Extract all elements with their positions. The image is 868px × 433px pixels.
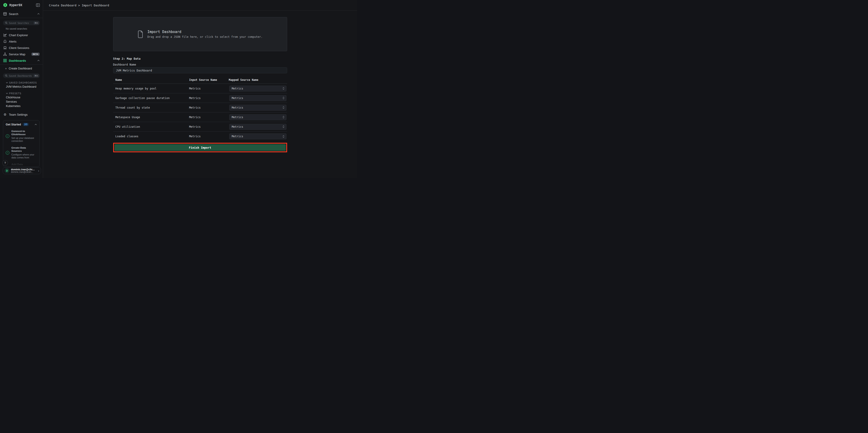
table-row: CPU utilizationMetricsMetrics bbox=[113, 122, 287, 131]
sidebar-item-jvm-metrics-dashboard[interactable]: JVM Metrics Dashboard bbox=[0, 85, 43, 89]
topbar: Create Dashboard>Import Dashboard bbox=[43, 0, 357, 11]
search-section-icon bbox=[3, 12, 7, 16]
get-started-item-create-data-sources[interactable]: ✓Create Data SourcesConfigure where your… bbox=[6, 146, 37, 159]
sidebar-item-client-sessions[interactable]: Client Sessions bbox=[0, 44, 43, 51]
team-settings-label: Team Settings bbox=[9, 113, 28, 116]
sidebar-item-label: Service Map bbox=[9, 53, 29, 56]
get-started-item-desc: Configure where your data comes from bbox=[11, 153, 37, 159]
user-email: dominic.tran@clickh... bbox=[11, 171, 36, 173]
saved-searches-input[interactable]: Saved Searches ⌘K bbox=[3, 21, 40, 25]
sidebar-item-label: Search bbox=[9, 12, 35, 16]
hyperdx-logo-icon bbox=[3, 3, 7, 7]
sidebar-item-search[interactable]: Search bbox=[0, 10, 43, 18]
sidebar-item-label: Dashboards bbox=[9, 59, 35, 62]
mapped-source-select[interactable]: Metrics bbox=[229, 133, 286, 139]
selected-value: Metrics bbox=[232, 135, 243, 138]
sidebar-nav: Chart ExplorerAlertsClient SessionsServi… bbox=[0, 32, 43, 64]
get-started-item-title: Connect to ClickHouse bbox=[11, 129, 37, 136]
row-name: Thread count by state bbox=[113, 106, 189, 109]
user-texts: dominic.tran@clic... dominic.tran@clickh… bbox=[11, 168, 36, 173]
check-circle-icon: ✓ bbox=[6, 151, 9, 155]
sidebar-item-clickhouse[interactable]: ClickHouse bbox=[0, 95, 43, 99]
shortcut-badge: ⌘K bbox=[33, 22, 39, 25]
row-name: Metaspace Usage bbox=[113, 116, 189, 119]
section-header-presets[interactable]: PRESETS bbox=[0, 92, 43, 95]
breadcrumb-create-dashboard[interactable]: Create Dashboard bbox=[49, 4, 76, 7]
mapped-source-select[interactable]: Metrics bbox=[229, 95, 286, 101]
row-input-source: Metrics bbox=[189, 87, 229, 90]
column-header-name: Name bbox=[113, 78, 189, 82]
section-items: ClickHouseServicesKubernetes bbox=[0, 95, 43, 108]
sidebar-item-label: Alerts bbox=[9, 40, 40, 43]
table-row: Loaded classesMetricsMetrics bbox=[113, 131, 287, 141]
sidebar-item-chart-explorer[interactable]: Chart Explorer bbox=[0, 32, 43, 38]
sidebar-item-services[interactable]: Services bbox=[0, 99, 43, 104]
saved-dashboards-input[interactable]: Saved Dashboards ⌘K bbox=[3, 73, 40, 78]
section-header-saved-dashboards[interactable]: SAVED DASHBOARDS bbox=[0, 81, 43, 85]
select-chevrons-icon bbox=[283, 116, 284, 118]
chevron-up-icon[interactable] bbox=[37, 60, 40, 61]
get-started-item-connect-to-clickhouse[interactable]: ✓Connect to ClickHouseSet up your databa… bbox=[6, 129, 37, 143]
breadcrumb-import-dashboard[interactable]: Import Dashboard bbox=[82, 4, 109, 7]
help-button[interactable]: ? bbox=[2, 160, 8, 166]
get-started-item-add-data[interactable]: ✓Add DataStart sending logs, metrics, or… bbox=[6, 163, 37, 167]
section-items: JVM Metrics Dashboard bbox=[0, 85, 43, 89]
mapped-source-select[interactable]: Metrics bbox=[229, 105, 286, 111]
chevron-right-icon: › bbox=[38, 169, 39, 173]
create-dashboard-label: Create Dashboard bbox=[9, 67, 32, 70]
row-mapped-source-cell: Metrics bbox=[229, 105, 287, 111]
get-started-item-text: Connect to ClickHouseSet up your databas… bbox=[11, 129, 37, 143]
import-dropzone[interactable]: Import Dashboard Drag and drop a JSON fi… bbox=[113, 17, 287, 51]
get-started-item-text: Create Data SourcesConfigure where your … bbox=[11, 146, 37, 159]
mapped-source-select[interactable]: Metrics bbox=[229, 124, 286, 130]
sidebar-item-dashboards[interactable]: Dashboards bbox=[0, 57, 43, 64]
check-circle-icon: ✓ bbox=[6, 134, 9, 138]
mapped-source-select[interactable]: Metrics bbox=[229, 86, 286, 92]
sidebar: HyperDX Search Saved Searches ⌘K No save… bbox=[0, 0, 43, 178]
row-mapped-source-cell: Metrics bbox=[229, 114, 287, 120]
no-saved-searches-text: No saved searches bbox=[6, 27, 43, 30]
sidebar-item-service-map[interactable]: Service MapBETA bbox=[0, 51, 43, 57]
sidebar-item-team-settings[interactable]: ⚙ Team Settings bbox=[0, 111, 43, 118]
get-started-items: ✓Connect to ClickHouseSet up your databa… bbox=[6, 129, 37, 167]
get-started-title: Get Started bbox=[6, 123, 21, 126]
service-map-icon bbox=[3, 52, 7, 56]
get-started-item-title: Create Data Sources bbox=[11, 146, 37, 153]
dashboard-name-input[interactable] bbox=[113, 67, 287, 73]
mapping-table-rows: Heap memory usage by poolMetricsMetricsG… bbox=[113, 84, 287, 141]
row-input-source: Metrics bbox=[189, 116, 229, 119]
table-row: Garbage collection pause durationMetrics… bbox=[113, 93, 287, 103]
user-menu[interactable]: D dominic.tran@clic... dominic.tran@clic… bbox=[3, 167, 41, 174]
get-started-panel: Get Started 2/3 ✓Connect to ClickHouseSe… bbox=[3, 120, 40, 167]
shortcut-badge: ⌘K bbox=[33, 74, 39, 78]
table-row: Metaspace UsageMetricsMetrics bbox=[113, 113, 287, 122]
selected-value: Metrics bbox=[232, 106, 243, 109]
app-title: HyperDX bbox=[9, 3, 34, 7]
mapped-source-select[interactable]: Metrics bbox=[229, 114, 286, 120]
get-started-item-desc: Set up your database connection bbox=[11, 136, 37, 143]
row-input-source: Metrics bbox=[189, 96, 229, 100]
client-sessions-icon bbox=[3, 46, 7, 50]
get-started-header[interactable]: Get Started 2/3 bbox=[6, 123, 37, 126]
row-mapped-source-cell: Metrics bbox=[229, 133, 287, 139]
row-input-source: Metrics bbox=[189, 125, 229, 128]
chevron-up-icon[interactable] bbox=[35, 124, 37, 125]
table-row: Heap memory usage by poolMetricsMetrics bbox=[113, 84, 287, 93]
column-header-input-source: Input Source Name bbox=[189, 78, 229, 82]
gear-icon: ⚙ bbox=[3, 113, 7, 116]
selected-value: Metrics bbox=[232, 87, 243, 90]
create-dashboard-button[interactable]: + Create Dashboard bbox=[0, 65, 43, 72]
finish-import-button[interactable]: Finish Import bbox=[115, 144, 286, 151]
get-started-item-text: Add DataStart sending logs, metrics, or … bbox=[11, 163, 32, 167]
row-name: CPU utilization bbox=[113, 125, 189, 128]
sidebar-item-alerts[interactable]: Alerts bbox=[0, 38, 43, 44]
sidebar-item-kubernetes[interactable]: Kubernetes bbox=[0, 104, 43, 108]
dropzone-title: Import Dashboard bbox=[147, 30, 262, 34]
file-icon bbox=[137, 31, 143, 38]
breadcrumb: Create Dashboard>Import Dashboard bbox=[49, 4, 109, 7]
sidebar-collapse-icon[interactable] bbox=[36, 3, 40, 7]
row-mapped-source-cell: Metrics bbox=[229, 124, 287, 130]
progress-badge: 2/3 bbox=[23, 123, 29, 126]
mapping-table-header: Name Input Source Name Mapped Source Nam… bbox=[113, 76, 287, 84]
chevron-up-icon[interactable] bbox=[37, 13, 40, 14]
